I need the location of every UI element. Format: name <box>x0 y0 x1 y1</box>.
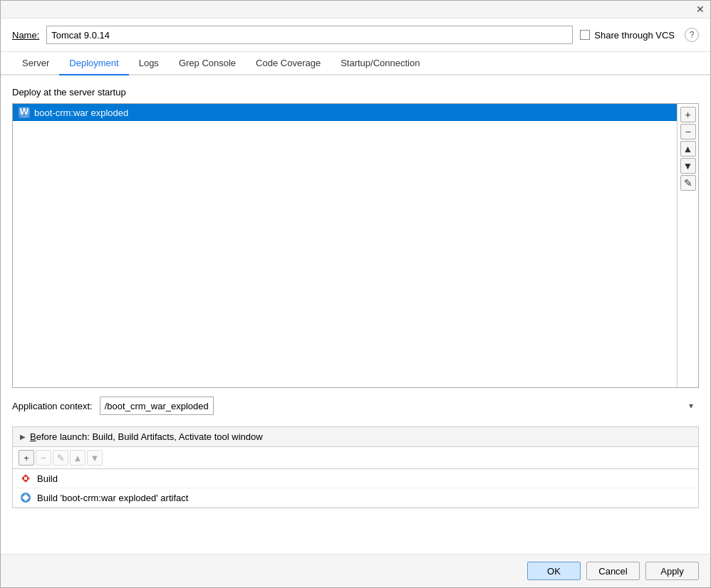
deploy-list: W boot-crm:war exploded <box>13 104 677 387</box>
vcs-row: Share through VCS <box>580 30 675 41</box>
apply-button[interactable]: Apply <box>645 562 699 580</box>
title-bar: ✕ <box>1 1 710 19</box>
bl-remove-button[interactable]: − <box>36 450 51 466</box>
svg-rect-4 <box>24 477 27 480</box>
collapse-icon: ▶ <box>20 433 26 441</box>
tab-code-coverage[interactable]: Code Coverage <box>246 52 331 75</box>
war-icon: W <box>19 107 30 118</box>
deploy-section-label: Deploy at the server startup <box>12 87 699 98</box>
app-context-label: Application context: <box>12 401 93 411</box>
deploy-item[interactable]: W boot-crm:war exploded <box>13 104 677 121</box>
bl-edit-button[interactable]: ✎ <box>53 450 68 466</box>
svg-text:W: W <box>20 107 29 117</box>
add-deploy-button[interactable]: + <box>680 107 696 122</box>
app-context-select[interactable]: /boot_crm_war_exploded <box>100 397 214 415</box>
app-context-row: Application context: /boot_crm_war_explo… <box>12 388 699 424</box>
bl-artifact-label: Build 'boot-crm:war exploded' artifact <box>37 493 188 503</box>
edit-deploy-button[interactable]: ✎ <box>680 175 696 191</box>
build-icon <box>20 473 31 484</box>
dialog-footer: OK Cancel Apply <box>1 554 710 587</box>
app-context-wrapper: /boot_crm_war_exploded <box>100 397 699 415</box>
before-launch-list: Build Build 'boot-crm:war exploded' arti… <box>13 469 698 508</box>
bl-move-up-button[interactable]: ▲ <box>70 450 85 466</box>
tabs-bar: Server Deployment Logs Grep Console Code… <box>1 52 710 75</box>
before-launch-section: ▶ Before launch: Build, Build Artifacts,… <box>12 426 699 508</box>
name-row: Name: Share through VCS ? <box>1 19 710 52</box>
list-toolbar: + − ▲ ▼ ✎ <box>677 104 698 387</box>
move-down-deploy-button[interactable]: ▼ <box>680 158 696 174</box>
move-up-deploy-button[interactable]: ▲ <box>680 141 696 157</box>
tab-grep-console[interactable]: Grep Console <box>169 52 246 75</box>
before-launch-title: Before launch: Build, Build Artifacts, A… <box>30 431 263 442</box>
deploy-item-label: boot-crm:war exploded <box>34 107 128 118</box>
cancel-button[interactable]: Cancel <box>586 562 640 580</box>
vcs-checkbox[interactable] <box>580 30 590 40</box>
ok-button[interactable]: OK <box>527 562 581 580</box>
tab-deployment[interactable]: Deployment <box>59 52 128 75</box>
bl-add-button[interactable]: + <box>19 450 34 466</box>
close-button[interactable]: ✕ <box>695 4 706 15</box>
tab-logs[interactable]: Logs <box>129 52 169 75</box>
bl-item-build[interactable]: Build <box>13 469 698 488</box>
content-area: Deploy at the server startup W boot-crm:… <box>1 75 710 554</box>
remove-deploy-button[interactable]: − <box>680 124 696 140</box>
help-button[interactable]: ? <box>685 28 699 42</box>
before-launch-header[interactable]: ▶ Before launch: Build, Build Artifacts,… <box>13 427 698 447</box>
deploy-list-container: W boot-crm:war exploded + − ▲ ▼ ✎ <box>12 103 699 388</box>
artifact-icon <box>20 492 31 503</box>
tab-server[interactable]: Server <box>12 52 59 75</box>
tab-startup-connection[interactable]: Startup/Connection <box>331 52 430 75</box>
bl-item-artifact[interactable]: Build 'boot-crm:war exploded' artifact <box>13 488 698 508</box>
name-label: Name: <box>12 30 39 41</box>
run-debug-dialog: ✕ Name: Share through VCS ? Server Deplo… <box>0 0 711 588</box>
bl-build-label: Build <box>37 473 58 484</box>
vcs-label: Share through VCS <box>594 30 675 41</box>
bl-move-down-button[interactable]: ▼ <box>87 450 103 466</box>
before-launch-toolbar: + − ✎ ▲ ▼ <box>13 447 698 469</box>
name-input[interactable] <box>46 26 573 44</box>
